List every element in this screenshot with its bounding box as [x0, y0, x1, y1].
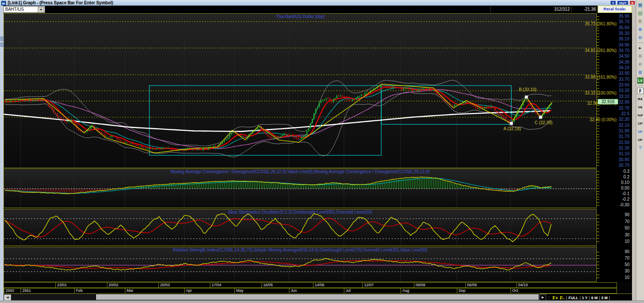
axis-tick	[597, 62, 599, 63]
rsi-canvas[interactable]	[4, 247, 596, 282]
axis-tick	[597, 268, 599, 269]
stoch-axis-label: 10	[597, 239, 629, 244]
percent-price-icon[interactable]: %P	[637, 112, 644, 119]
docked-tool-icon[interactable]	[0, 43, 4, 47]
scrollbar-thumb[interactable]	[96, 294, 539, 300]
price-axis-label: 33.50	[597, 83, 629, 87]
axis-tick	[597, 235, 599, 236]
month-axis-row: 25602561FebMarAprMayJunJulAugSepOct	[3, 288, 617, 294]
price-axis-label: 34.50	[597, 54, 629, 58]
scroll-left-arrow-icon[interactable]: ◀	[4, 294, 11, 301]
axis-tick	[597, 117, 599, 117]
line-study-icon[interactable]: Ls	[637, 77, 644, 84]
price-pane[interactable]: Thai Baht/US Dollar [day]	[3, 13, 597, 168]
rsi-axis-label: 90	[597, 250, 629, 254]
docked-tool-icon[interactable]	[0, 37, 4, 41]
stochastics-canvas[interactable]	[4, 209, 596, 245]
combo-dropdown-icon[interactable]: ▼	[38, 7, 44, 13]
axis-tick	[597, 242, 599, 242]
toolbar-grip-icon: ⋮	[547, 296, 551, 300]
stoch-axis-label: 90	[597, 213, 629, 217]
axis-tick	[597, 194, 599, 194]
macd-pane[interactable]: Moving Average Convergence / Divergence(…	[3, 168, 597, 208]
axis-tick	[597, 191, 599, 192]
range-button-1y[interactable]: 1 Y	[582, 296, 587, 300]
axis-tick	[597, 71, 599, 71]
macd-axis-label: -0.1	[597, 192, 629, 196]
axis-tick	[597, 238, 599, 239]
month-axis-cell: Feb	[74, 288, 83, 293]
axis-tick	[597, 94, 599, 94]
stochastics-pane[interactable]: Slow Stochastics Oscillator(9,3,3),Overb…	[3, 209, 597, 246]
axis-tick	[597, 278, 599, 278]
regression-icon[interactable]: RA	[637, 96, 644, 102]
price-axis-label: 32.10	[597, 123, 629, 128]
range-button-3m[interactable]: 3 M	[601, 296, 608, 300]
axis-tick	[597, 258, 599, 259]
font-decrease-button[interactable]: F-	[560, 295, 564, 300]
axis-tick	[597, 202, 599, 203]
axis-tick	[597, 16, 599, 17]
font-increase-button[interactable]: F+	[553, 295, 558, 300]
axis-tick	[597, 59, 599, 60]
axis-tick	[597, 25, 599, 25]
list-view-icon[interactable]: ≣	[637, 69, 644, 76]
recal-scale-button[interactable]: Recal Scale-Linear	[598, 6, 632, 13]
title-bar[interactable]: [Link1] Graph - (Press Space Bar For Ent…	[0, 0, 636, 6]
symbol-combobox[interactable]: BAHT/US ▼	[3, 6, 45, 13]
scroll-right-arrow-icon[interactable]: ▶	[540, 294, 546, 301]
price-chart-canvas[interactable]	[4, 14, 596, 168]
range-button-full[interactable]: FULL	[568, 296, 578, 300]
symbol-toolbar: BAHT/US ▼ 312/312 -21.36 Recal Scale-Lin…	[3, 6, 632, 13]
axis-tick	[597, 218, 599, 219]
price-axis-label: 35.90	[597, 14, 629, 18]
axis-tick	[597, 131, 599, 132]
tile-button[interactable]: T	[610, 0, 616, 5]
month-axis-cell: Mar	[125, 288, 134, 293]
axis-tick	[597, 37, 599, 37]
axis-tick	[597, 105, 599, 106]
axis-tick	[597, 188, 599, 189]
value-analysis-icon[interactable]: VA	[637, 104, 644, 110]
price-axis-label: 35.50	[597, 26, 629, 30]
date-axis-cell: 09/08	[414, 283, 425, 288]
close-button[interactable]: X	[629, 0, 635, 5]
axis-tick	[597, 88, 599, 89]
axis-tick	[597, 91, 599, 91]
axis-tick	[597, 140, 599, 140]
month-axis-cell: Sep	[457, 288, 465, 293]
price-axis-label: 30.90	[597, 158, 629, 162]
print-icon[interactable]: ⧉	[637, 18, 644, 24]
out-button[interactable]: OUT	[617, 0, 629, 5]
magnify-out-icon[interactable]: ⊖	[637, 61, 644, 67]
help-icon[interactable]: ?	[637, 145, 644, 151]
pointer-mode-icon[interactable]: ▸	[637, 45, 644, 51]
horizontal-scrollbar[interactable]: ◀	[3, 294, 539, 300]
beta-icon[interactable]: β	[637, 88, 644, 94]
zoom-in-icon[interactable]: ⊕	[637, 26, 644, 33]
axis-tick	[597, 56, 599, 57]
user-formula-icon[interactable]: UF	[637, 137, 644, 143]
axis-tick	[597, 151, 599, 152]
axis-tick	[597, 225, 599, 225]
cash-flow-icon[interactable]: CF	[637, 129, 644, 135]
zoom-out-icon[interactable]: ⊖	[637, 34, 644, 41]
docked-panel-edge	[0, 6, 3, 303]
axis-tick	[597, 205, 599, 205]
axis-tick	[597, 80, 599, 80]
data-table-icon[interactable]: ▦	[637, 2, 644, 8]
price-axis-label: 31.30	[597, 146, 629, 150]
axis-tick	[597, 171, 599, 172]
date-axis-cell: 06/09	[465, 283, 477, 288]
range-button-6m[interactable]: 6 M	[591, 296, 598, 300]
divider	[490, 6, 491, 12]
magnify-in-icon[interactable]: ⊕	[637, 53, 644, 59]
window-title: [Link1] Graph - (Press Space Bar For Ent…	[8, 0, 113, 6]
copy-chart-icon[interactable]: ▧	[637, 10, 644, 16]
axis-tick	[597, 180, 599, 181]
date-axis-cell: 12/07	[362, 283, 374, 288]
compare-price-icon[interactable]: CP	[637, 120, 644, 127]
macd-canvas[interactable]	[4, 169, 596, 208]
rsi-pane[interactable]: Relative Strength Index(CLOSE,14,30,70),…	[3, 247, 597, 282]
axis-tick	[597, 51, 599, 51]
